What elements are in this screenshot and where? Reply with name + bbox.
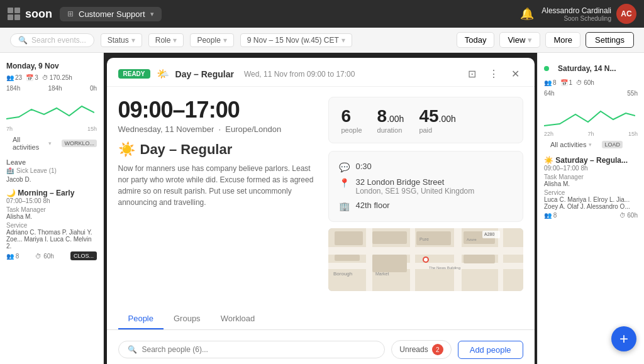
right-task-manager-label: Task Manager — [544, 174, 638, 180]
event-title: 🌙 Morning – Early — [6, 189, 97, 197]
paid-number: 45.00h — [419, 106, 455, 126]
right-event-time: 09:00–17:00 8h — [544, 165, 638, 172]
svg-rect-2 — [328, 263, 523, 269]
settings-button[interactable]: Settings — [586, 32, 634, 48]
sick-leave-person: Jacob D. — [6, 175, 97, 184]
svg-rect-3 — [366, 228, 372, 291]
tab-groups[interactable]: Groups — [164, 309, 211, 329]
stat-hours: ⏱ 170.25h — [42, 74, 72, 81]
view-selector[interactable]: View ▾ — [499, 32, 540, 48]
search-placeholder: Search events... — [31, 36, 86, 45]
event-footer: 👥 8 ⏱ 60h CLOS... — [6, 250, 97, 262]
left-chart — [0, 94, 103, 126]
service-label: Service — [6, 222, 97, 229]
add-button[interactable]: + — [611, 326, 636, 351]
modal-header: READY 🌤️ Day – Regular Wed, 11 Nov from … — [107, 58, 535, 87]
stat-duration: 8.00h duration — [377, 106, 404, 134]
svg-rect-8 — [372, 231, 407, 244]
address-row: 📍 32 London Bridge Street London, SE1 9S… — [339, 175, 513, 198]
bell-icon[interactable]: 🔔 — [520, 7, 534, 21]
stat-people: 👥 23 — [6, 74, 22, 81]
unreads-count: 2 — [432, 344, 443, 355]
right-header-row: Saturday, 14 N... — [538, 59, 644, 78]
chevron-down-icon: ▾ — [223, 36, 227, 45]
center-area: READY 🌤️ Day – Regular Wed, 11 Nov from … — [104, 53, 537, 364]
stat-hours: ⏱ 60h — [576, 79, 594, 86]
right-event-footer: 👥 8 ⏱ 60h — [544, 210, 638, 221]
tab-workload[interactable]: Workload — [211, 309, 265, 329]
search-people-field[interactable]: 🔍 — [118, 341, 386, 358]
service-people: Adriano C. Thomas P. Jiahui Y. Zoe... Ma… — [6, 229, 97, 250]
leave-title: Leave — [6, 158, 97, 166]
modal-left-content: 09:00–17:00 Wednesday, 11 November · Eur… — [118, 97, 318, 291]
more-button[interactable]: More — [545, 32, 580, 48]
people-section: 🔍 Unreads 2 Add people Name ⇅ — [107, 335, 535, 364]
clock-icon: ⏱ 60h — [35, 253, 53, 260]
morning-event[interactable]: 🌙 Morning – Early 07:00–15:00 8h Task Ma… — [0, 185, 103, 263]
today-button[interactable]: Today — [457, 32, 495, 48]
modal-title: Day – Regular — [175, 69, 234, 79]
right-saturday-event[interactable]: ☀️ Saturday – Regula... 09:00–17:00 8h T… — [538, 152, 644, 222]
add-people-button[interactable]: Add people — [458, 341, 523, 359]
tab-people[interactable]: People — [118, 309, 164, 329]
user-name: Alessandro Cardinali — [541, 6, 611, 15]
modal-right-content: 6 people 8.00h duration — [328, 97, 523, 291]
svg-text:Market: Market — [375, 272, 389, 276]
sick-leave-item: 🏥 Sick Leave (1) — [6, 166, 97, 175]
right-chart — [538, 99, 644, 131]
stats-box: 6 people 8.00h duration — [328, 97, 523, 143]
chevron-down-icon: ▾ — [150, 10, 154, 18]
svg-point-20 — [424, 258, 428, 262]
stat-events: 📅 1 — [560, 79, 573, 86]
stat-paid: 45.00h paid — [419, 106, 455, 134]
event-time-display: 09:00–17:00 — [118, 97, 318, 123]
svg-rect-10 — [372, 255, 407, 272]
search-icon: 🔍 — [128, 345, 137, 354]
topbar-right: 🔔 Alessandro Cardinali Soon Scheduling A… — [520, 4, 636, 24]
event-date-location: Wednesday, 11 November · Europe/London — [118, 124, 318, 134]
svg-text:The News Building: The News Building — [429, 266, 460, 270]
close-button[interactable]: ✕ — [508, 67, 523, 81]
ready-badge: READY — [118, 69, 150, 79]
workspace-name: Customer Support — [79, 9, 145, 19]
calendar-icon: 📅 — [560, 79, 568, 86]
topbar: soon ⊞ Customer Support ▾ 🔔 Alessandro C… — [0, 0, 644, 28]
workspace-selector[interactable]: ⊞ Customer Support ▾ — [60, 7, 162, 21]
more-options-button[interactable]: ⋮ — [485, 67, 502, 81]
right-task-manager-name: Alisha M. — [544, 180, 638, 187]
paid-label: paid — [419, 126, 455, 134]
right-service-people: Luca C. Mariya I. Elroy L. Jia... Zoey A… — [544, 196, 638, 210]
search-icon: 🔍 — [18, 36, 28, 45]
activity-filter[interactable]: All activities ▾ — [6, 135, 58, 152]
svg-rect-13 — [464, 255, 495, 263]
clock-icon: ⏱ — [576, 79, 582, 86]
modal-body: 09:00–17:00 Wednesday, 11 November · Eur… — [107, 87, 535, 301]
chat-icon: 💬 — [339, 162, 350, 172]
event-modal: READY 🌤️ Day – Regular Wed, 11 Nov from … — [107, 58, 535, 364]
subtoolbar-actions: Today View ▾ More Settings — [457, 32, 634, 48]
filter-people[interactable]: People ▾ — [190, 33, 233, 47]
right-activity-filter[interactable]: All activities ▾ — [544, 140, 598, 150]
task-manager-name: Alisha M. — [6, 213, 97, 220]
user-profile[interactable]: Alessandro Cardinali Soon Scheduling AC — [541, 4, 636, 24]
workload-badge: WORKLO... — [62, 140, 97, 147]
svg-rect-1 — [328, 247, 523, 255]
people-icon: 👥 — [544, 79, 552, 86]
clock-icon: ⏱ — [42, 74, 48, 81]
subtoolbar: 🔍 Search events... Status ▾ Role ▾ Peopl… — [0, 28, 644, 53]
right-activity-filter-row: All activities ▾ LOAD — [538, 137, 644, 152]
filter-role[interactable]: Role ▾ — [148, 33, 184, 47]
filter-status[interactable]: Status ▾ — [101, 33, 142, 47]
duration-row: 💬 0:30 — [339, 159, 513, 175]
svg-rect-4 — [410, 228, 415, 291]
floor-row: 🏢 42th floor — [339, 198, 513, 214]
search-events[interactable]: 🔍 Search events... — [10, 33, 94, 47]
search-people-input[interactable] — [142, 345, 376, 354]
main-content: Monday, 9 Nov 👥 23 📅 3 ⏱ 170.25h 184h 18… — [0, 53, 644, 364]
minimize-button[interactable]: ⊡ — [464, 67, 480, 81]
clock-icon: ⏱ 60h — [619, 212, 638, 219]
sick-icon: 🏥 — [6, 167, 14, 174]
filter-dates[interactable]: 9 Nov – 15 Nov (w.45) CET ▾ — [240, 33, 352, 47]
stat-people: 👥 8 — [544, 79, 557, 86]
unreads-filter[interactable]: Unreads 2 — [391, 340, 451, 359]
